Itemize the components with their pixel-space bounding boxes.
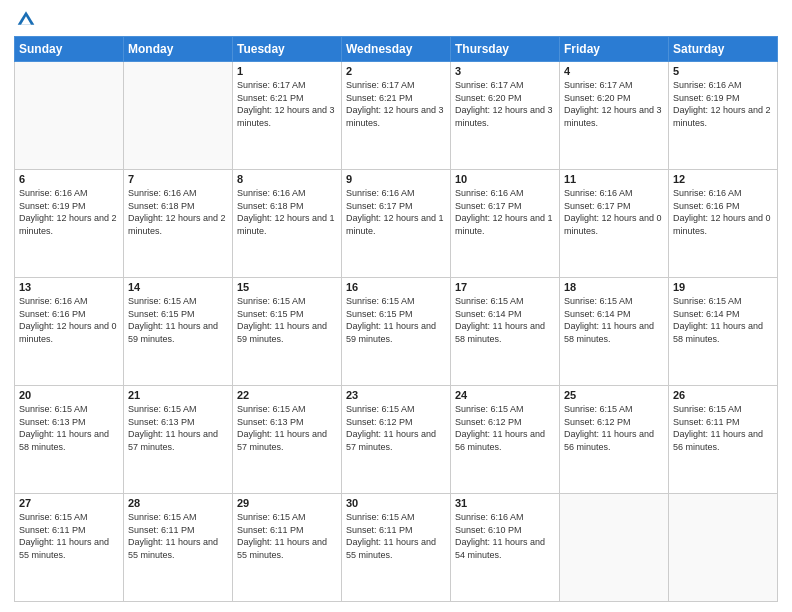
day-number: 7	[128, 173, 228, 185]
day-info: Sunrise: 6:15 AMSunset: 6:11 PMDaylight:…	[19, 511, 119, 561]
day-number: 11	[564, 173, 664, 185]
day-info: Sunrise: 6:15 AMSunset: 6:15 PMDaylight:…	[237, 295, 337, 345]
calendar-cell: 22Sunrise: 6:15 AMSunset: 6:13 PMDayligh…	[233, 386, 342, 494]
calendar-header-row: SundayMondayTuesdayWednesdayThursdayFrid…	[15, 37, 778, 62]
day-number: 10	[455, 173, 555, 185]
calendar-cell: 1Sunrise: 6:17 AMSunset: 6:21 PMDaylight…	[233, 62, 342, 170]
calendar-cell: 24Sunrise: 6:15 AMSunset: 6:12 PMDayligh…	[451, 386, 560, 494]
calendar-cell: 29Sunrise: 6:15 AMSunset: 6:11 PMDayligh…	[233, 494, 342, 602]
calendar-cell	[669, 494, 778, 602]
calendar-cell: 9Sunrise: 6:16 AMSunset: 6:17 PMDaylight…	[342, 170, 451, 278]
day-info: Sunrise: 6:15 AMSunset: 6:13 PMDaylight:…	[19, 403, 119, 453]
day-number: 29	[237, 497, 337, 509]
day-info: Sunrise: 6:15 AMSunset: 6:12 PMDaylight:…	[564, 403, 664, 453]
calendar-day-header: Tuesday	[233, 37, 342, 62]
day-number: 24	[455, 389, 555, 401]
calendar-cell: 20Sunrise: 6:15 AMSunset: 6:13 PMDayligh…	[15, 386, 124, 494]
day-number: 9	[346, 173, 446, 185]
calendar-day-header: Saturday	[669, 37, 778, 62]
day-number: 22	[237, 389, 337, 401]
calendar-cell: 30Sunrise: 6:15 AMSunset: 6:11 PMDayligh…	[342, 494, 451, 602]
calendar-cell: 23Sunrise: 6:15 AMSunset: 6:12 PMDayligh…	[342, 386, 451, 494]
day-info: Sunrise: 6:15 AMSunset: 6:11 PMDaylight:…	[128, 511, 228, 561]
day-number: 19	[673, 281, 773, 293]
day-info: Sunrise: 6:15 AMSunset: 6:14 PMDaylight:…	[455, 295, 555, 345]
calendar-cell: 5Sunrise: 6:16 AMSunset: 6:19 PMDaylight…	[669, 62, 778, 170]
calendar-day-header: Thursday	[451, 37, 560, 62]
calendar-cell: 19Sunrise: 6:15 AMSunset: 6:14 PMDayligh…	[669, 278, 778, 386]
calendar-cell: 10Sunrise: 6:16 AMSunset: 6:17 PMDayligh…	[451, 170, 560, 278]
day-info: Sunrise: 6:15 AMSunset: 6:13 PMDaylight:…	[128, 403, 228, 453]
day-number: 21	[128, 389, 228, 401]
day-number: 18	[564, 281, 664, 293]
day-info: Sunrise: 6:17 AMSunset: 6:21 PMDaylight:…	[346, 79, 446, 129]
day-info: Sunrise: 6:15 AMSunset: 6:14 PMDaylight:…	[564, 295, 664, 345]
day-info: Sunrise: 6:17 AMSunset: 6:20 PMDaylight:…	[455, 79, 555, 129]
header	[14, 10, 778, 28]
calendar-cell: 7Sunrise: 6:16 AMSunset: 6:18 PMDaylight…	[124, 170, 233, 278]
day-info: Sunrise: 6:15 AMSunset: 6:11 PMDaylight:…	[237, 511, 337, 561]
day-info: Sunrise: 6:16 AMSunset: 6:16 PMDaylight:…	[19, 295, 119, 345]
day-info: Sunrise: 6:15 AMSunset: 6:12 PMDaylight:…	[346, 403, 446, 453]
day-number: 1	[237, 65, 337, 77]
day-number: 8	[237, 173, 337, 185]
day-number: 5	[673, 65, 773, 77]
day-info: Sunrise: 6:16 AMSunset: 6:10 PMDaylight:…	[455, 511, 555, 561]
calendar-cell: 3Sunrise: 6:17 AMSunset: 6:20 PMDaylight…	[451, 62, 560, 170]
calendar-day-header: Friday	[560, 37, 669, 62]
calendar-day-header: Wednesday	[342, 37, 451, 62]
day-number: 26	[673, 389, 773, 401]
day-info: Sunrise: 6:15 AMSunset: 6:12 PMDaylight:…	[455, 403, 555, 453]
calendar-cell: 17Sunrise: 6:15 AMSunset: 6:14 PMDayligh…	[451, 278, 560, 386]
calendar-cell: 8Sunrise: 6:16 AMSunset: 6:18 PMDaylight…	[233, 170, 342, 278]
calendar-week-row: 6Sunrise: 6:16 AMSunset: 6:19 PMDaylight…	[15, 170, 778, 278]
logo	[14, 10, 36, 28]
day-number: 16	[346, 281, 446, 293]
day-number: 15	[237, 281, 337, 293]
day-info: Sunrise: 6:15 AMSunset: 6:11 PMDaylight:…	[346, 511, 446, 561]
day-number: 27	[19, 497, 119, 509]
day-number: 17	[455, 281, 555, 293]
day-number: 4	[564, 65, 664, 77]
calendar-cell: 31Sunrise: 6:16 AMSunset: 6:10 PMDayligh…	[451, 494, 560, 602]
day-info: Sunrise: 6:17 AMSunset: 6:21 PMDaylight:…	[237, 79, 337, 129]
day-number: 20	[19, 389, 119, 401]
day-info: Sunrise: 6:16 AMSunset: 6:17 PMDaylight:…	[455, 187, 555, 237]
day-number: 14	[128, 281, 228, 293]
calendar-cell: 25Sunrise: 6:15 AMSunset: 6:12 PMDayligh…	[560, 386, 669, 494]
calendar-week-row: 1Sunrise: 6:17 AMSunset: 6:21 PMDaylight…	[15, 62, 778, 170]
day-info: Sunrise: 6:16 AMSunset: 6:16 PMDaylight:…	[673, 187, 773, 237]
calendar-cell	[124, 62, 233, 170]
day-number: 23	[346, 389, 446, 401]
day-info: Sunrise: 6:16 AMSunset: 6:19 PMDaylight:…	[19, 187, 119, 237]
day-info: Sunrise: 6:16 AMSunset: 6:18 PMDaylight:…	[128, 187, 228, 237]
day-info: Sunrise: 6:15 AMSunset: 6:11 PMDaylight:…	[673, 403, 773, 453]
day-number: 25	[564, 389, 664, 401]
day-info: Sunrise: 6:15 AMSunset: 6:14 PMDaylight:…	[673, 295, 773, 345]
calendar-cell	[560, 494, 669, 602]
day-info: Sunrise: 6:16 AMSunset: 6:17 PMDaylight:…	[346, 187, 446, 237]
calendar-table: SundayMondayTuesdayWednesdayThursdayFrid…	[14, 36, 778, 602]
day-number: 12	[673, 173, 773, 185]
day-info: Sunrise: 6:15 AMSunset: 6:13 PMDaylight:…	[237, 403, 337, 453]
day-info: Sunrise: 6:17 AMSunset: 6:20 PMDaylight:…	[564, 79, 664, 129]
calendar-cell: 14Sunrise: 6:15 AMSunset: 6:15 PMDayligh…	[124, 278, 233, 386]
day-info: Sunrise: 6:15 AMSunset: 6:15 PMDaylight:…	[128, 295, 228, 345]
day-number: 30	[346, 497, 446, 509]
calendar-cell: 28Sunrise: 6:15 AMSunset: 6:11 PMDayligh…	[124, 494, 233, 602]
calendar-day-header: Monday	[124, 37, 233, 62]
calendar-cell: 11Sunrise: 6:16 AMSunset: 6:17 PMDayligh…	[560, 170, 669, 278]
calendar-cell: 2Sunrise: 6:17 AMSunset: 6:21 PMDaylight…	[342, 62, 451, 170]
logo-icon	[16, 8, 36, 28]
calendar-cell: 21Sunrise: 6:15 AMSunset: 6:13 PMDayligh…	[124, 386, 233, 494]
day-number: 31	[455, 497, 555, 509]
day-number: 2	[346, 65, 446, 77]
page: SundayMondayTuesdayWednesdayThursdayFrid…	[0, 0, 792, 612]
calendar-cell	[15, 62, 124, 170]
calendar-cell: 12Sunrise: 6:16 AMSunset: 6:16 PMDayligh…	[669, 170, 778, 278]
calendar-cell: 4Sunrise: 6:17 AMSunset: 6:20 PMDaylight…	[560, 62, 669, 170]
calendar-cell: 16Sunrise: 6:15 AMSunset: 6:15 PMDayligh…	[342, 278, 451, 386]
day-number: 6	[19, 173, 119, 185]
calendar-cell: 6Sunrise: 6:16 AMSunset: 6:19 PMDaylight…	[15, 170, 124, 278]
calendar-cell: 27Sunrise: 6:15 AMSunset: 6:11 PMDayligh…	[15, 494, 124, 602]
